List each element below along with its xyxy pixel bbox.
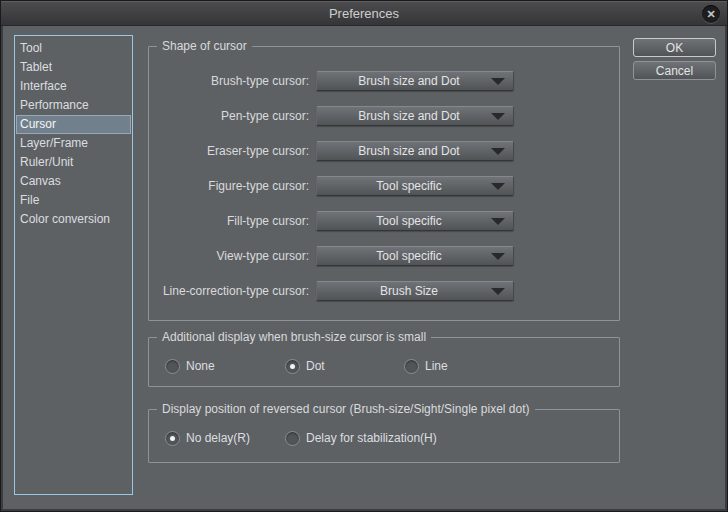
brush-type-cursor-dropdown[interactable]: Brush size and Dot <box>316 71 514 91</box>
radio-button-icon <box>404 359 419 374</box>
cursor-row-label: Figure-type cursor: <box>149 176 309 196</box>
dropdown-value: Brush Size <box>331 282 487 300</box>
figure-type-cursor-dropdown[interactable]: Tool specific <box>316 176 514 196</box>
cursor-row-label: Eraser-type cursor: <box>149 141 309 161</box>
cursor-row-label: Fill-type cursor: <box>149 211 309 231</box>
additional-display-options: NoneDotLine <box>149 338 619 386</box>
shape-of-cursor-group: Shape of cursor Brush-type cursor:Brush … <box>148 46 620 321</box>
close-button[interactable]: ✕ <box>702 5 720 23</box>
title-bar: Preferences ✕ <box>1 1 727 26</box>
chevron-down-icon <box>491 183 505 190</box>
eraser-type-cursor-dropdown[interactable]: Brush size and Dot <box>316 141 514 161</box>
fill-type-cursor-dropdown[interactable]: Tool specific <box>316 211 514 231</box>
dropdown-value: Tool specific <box>331 212 487 230</box>
chevron-down-icon <box>491 113 505 120</box>
reversed-cursor-group: Display position of reversed cursor (Bru… <box>148 409 620 463</box>
radio-label: Delay for stabilization(H) <box>306 431 437 445</box>
cursor-row-figure-type-cursor: Figure-type cursor:Tool specific <box>149 176 619 196</box>
dropdown-value: Tool specific <box>331 247 487 265</box>
radio-label: Dot <box>306 359 325 373</box>
cursor-row-fill-type-cursor: Fill-type cursor:Tool specific <box>149 211 619 231</box>
radio-label: No delay(R) <box>186 431 250 445</box>
radio-button-icon <box>285 359 300 374</box>
radio-label: None <box>186 359 215 373</box>
chevron-down-icon <box>491 218 505 225</box>
pen-type-cursor-dropdown[interactable]: Brush size and Dot <box>316 106 514 126</box>
cursor-row-pen-type-cursor: Pen-type cursor:Brush size and Dot <box>149 106 619 126</box>
dropdown-value: Brush size and Dot <box>331 107 487 125</box>
sidebar-item-ruler-unit[interactable]: Ruler/Unit <box>16 153 131 172</box>
dialog-title: Preferences <box>1 2 727 26</box>
sidebar-item-canvas[interactable]: Canvas <box>16 172 131 191</box>
line-correction-type-cursor-dropdown[interactable]: Brush Size <box>316 281 514 301</box>
sidebar-item-file[interactable]: File <box>16 191 131 210</box>
ok-button[interactable]: OK <box>633 38 716 57</box>
radio-no-delay-r[interactable]: No delay(R) <box>165 430 250 446</box>
reversed-cursor-options: No delay(R)Delay for stabilization(H) <box>149 410 619 462</box>
chevron-down-icon <box>491 78 505 85</box>
chevron-down-icon <box>491 288 505 295</box>
sidebar-item-performance[interactable]: Performance <box>16 96 131 115</box>
sidebar-item-interface[interactable]: Interface <box>16 77 131 96</box>
cursor-row-label: Pen-type cursor: <box>149 106 309 126</box>
dropdown-value: Brush size and Dot <box>331 72 487 90</box>
sidebar-item-cursor[interactable]: Cursor <box>16 115 131 134</box>
radio-button-icon <box>165 431 180 446</box>
sidebar-item-tool[interactable]: Tool <box>16 39 131 58</box>
dropdown-value: Brush size and Dot <box>331 142 487 160</box>
radio-none[interactable]: None <box>165 358 215 374</box>
radio-delay-for-stabilization-h[interactable]: Delay for stabilization(H) <box>285 430 437 446</box>
cursor-row-view-type-cursor: View-type cursor:Tool specific <box>149 246 619 266</box>
cursor-row-brush-type-cursor: Brush-type cursor:Brush size and Dot <box>149 71 619 91</box>
shape-of-cursor-rows: Brush-type cursor:Brush size and DotPen-… <box>149 47 619 320</box>
sidebar-list: ToolTabletInterfacePerformanceCursorLaye… <box>14 35 133 495</box>
sidebar-item-tablet[interactable]: Tablet <box>16 58 131 77</box>
radio-line[interactable]: Line <box>404 358 448 374</box>
radio-label: Line <box>425 359 448 373</box>
dropdown-value: Tool specific <box>331 177 487 195</box>
cursor-row-label: Brush-type cursor: <box>149 71 309 91</box>
close-icon: ✕ <box>706 8 715 20</box>
cursor-row-eraser-type-cursor: Eraser-type cursor:Brush size and Dot <box>149 141 619 161</box>
additional-display-group: Additional display when brush-size curso… <box>148 337 620 387</box>
sidebar-item-layer-frame[interactable]: Layer/Frame <box>16 134 131 153</box>
radio-dot[interactable]: Dot <box>285 358 325 374</box>
sidebar-item-color-conversion[interactable]: Color conversion <box>16 210 131 229</box>
cancel-button[interactable]: Cancel <box>633 61 716 80</box>
view-type-cursor-dropdown[interactable]: Tool specific <box>316 246 514 266</box>
radio-button-icon <box>165 359 180 374</box>
chevron-down-icon <box>491 148 505 155</box>
chevron-down-icon <box>491 253 505 260</box>
preferences-dialog: Preferences ✕ ToolTabletInterfacePerform… <box>0 0 728 512</box>
cursor-row-label: Line-correction-type cursor: <box>149 281 309 301</box>
cursor-row-label: View-type cursor: <box>149 246 309 266</box>
cursor-row-line-correction-type-cursor: Line-correction-type cursor:Brush Size <box>149 281 619 301</box>
radio-button-icon <box>285 431 300 446</box>
